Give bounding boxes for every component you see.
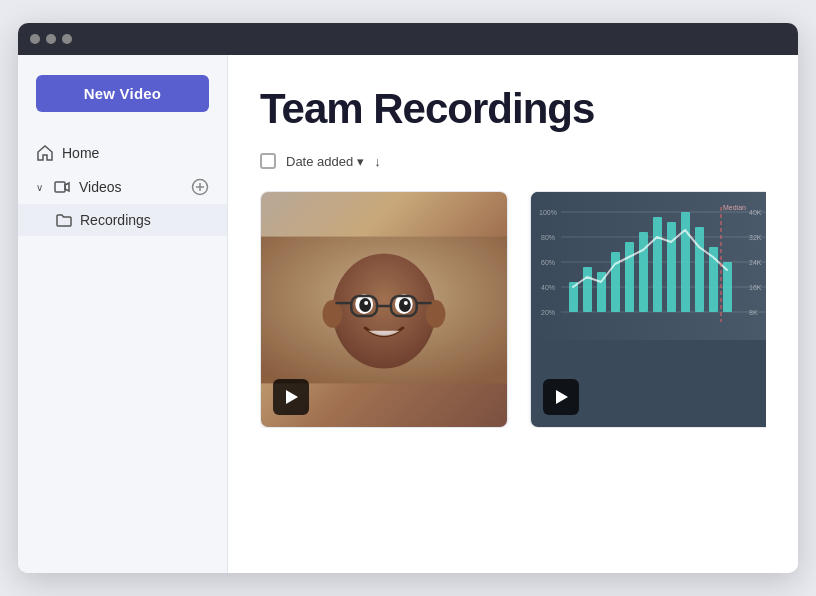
main-content: Team Recordings Date added ▾ ↓ <box>228 55 798 573</box>
svg-text:24K: 24K <box>749 259 762 266</box>
play-icon-1 <box>286 390 298 404</box>
recording-card-2: 100% 80% 60% 40% 20% 40K 32K 24K 16K 8K <box>530 191 766 428</box>
play-icon-2 <box>556 390 568 404</box>
svg-text:80%: 80% <box>541 234 555 241</box>
card-2-body: Recording 2 <box>531 427 766 428</box>
svg-rect-42 <box>583 267 592 312</box>
add-video-icon[interactable] <box>191 178 209 196</box>
svg-point-6 <box>332 253 435 368</box>
svg-text:40%: 40% <box>541 284 555 291</box>
svg-point-11 <box>359 298 371 312</box>
card-2-thumbnail: 100% 80% 60% 40% 20% 40K 32K 24K 16K 8K <box>531 192 766 427</box>
filter-chevron-icon: ▾ <box>357 154 364 169</box>
svg-point-14 <box>404 301 408 305</box>
chevron-down-icon: ∨ <box>36 182 43 193</box>
svg-rect-45 <box>625 242 634 312</box>
chart-illustration: 100% 80% 60% 40% 20% 40K 32K 24K 16K 8K <box>531 192 766 340</box>
folder-icon <box>56 212 72 228</box>
home-label: Home <box>62 145 209 161</box>
toolbar: Date added ▾ ↓ <box>260 153 766 169</box>
svg-rect-50 <box>695 227 704 312</box>
person-illustration <box>261 236 507 384</box>
page-title: Team Recordings <box>260 85 766 133</box>
svg-text:20%: 20% <box>541 309 555 316</box>
svg-rect-46 <box>639 232 648 312</box>
new-video-button[interactable]: New Video <box>36 75 209 112</box>
sidebar-item-videos[interactable]: ∨ Videos <box>18 170 227 204</box>
app-window: New Video Home ∨ Vid <box>18 23 798 573</box>
svg-text:8K: 8K <box>749 309 758 316</box>
svg-point-13 <box>364 301 368 305</box>
video-icon <box>53 178 71 196</box>
sort-arrow-icon[interactable]: ↓ <box>374 154 381 169</box>
cards-grid: Recording 1 <box>260 191 766 428</box>
svg-point-12 <box>399 298 411 312</box>
date-filter[interactable]: Date added ▾ <box>286 154 364 169</box>
recording-card-1: Recording 1 <box>260 191 508 428</box>
svg-text:32K: 32K <box>749 234 762 241</box>
titlebar <box>18 23 798 55</box>
card-1-thumbnail <box>261 192 507 427</box>
date-filter-label: Date added <box>286 154 353 169</box>
sidebar-item-recordings[interactable]: Recordings <box>18 204 227 236</box>
sidebar: New Video Home ∨ Vid <box>18 55 228 573</box>
play-button-1[interactable] <box>273 379 309 415</box>
card-1-body: Recording 1 <box>261 427 507 428</box>
titlebar-dot-3 <box>62 34 72 44</box>
svg-text:40K: 40K <box>749 209 762 216</box>
sidebar-item-home[interactable]: Home <box>18 136 227 170</box>
svg-text:100%: 100% <box>539 209 557 216</box>
titlebar-dot-2 <box>46 34 56 44</box>
home-icon <box>36 144 54 162</box>
svg-rect-49 <box>681 212 690 312</box>
app-body: New Video Home ∨ Vid <box>18 55 798 573</box>
svg-rect-44 <box>611 252 620 312</box>
svg-rect-48 <box>667 222 676 312</box>
videos-label: Videos <box>79 179 183 195</box>
select-all-checkbox[interactable] <box>260 153 276 169</box>
titlebar-dot-1 <box>30 34 40 44</box>
svg-text:Median: Median <box>723 204 746 211</box>
svg-rect-47 <box>653 217 662 312</box>
svg-text:60%: 60% <box>541 259 555 266</box>
play-button-2[interactable] <box>543 379 579 415</box>
svg-rect-0 <box>55 182 65 192</box>
recordings-label: Recordings <box>80 212 151 228</box>
svg-text:16K: 16K <box>749 284 762 291</box>
